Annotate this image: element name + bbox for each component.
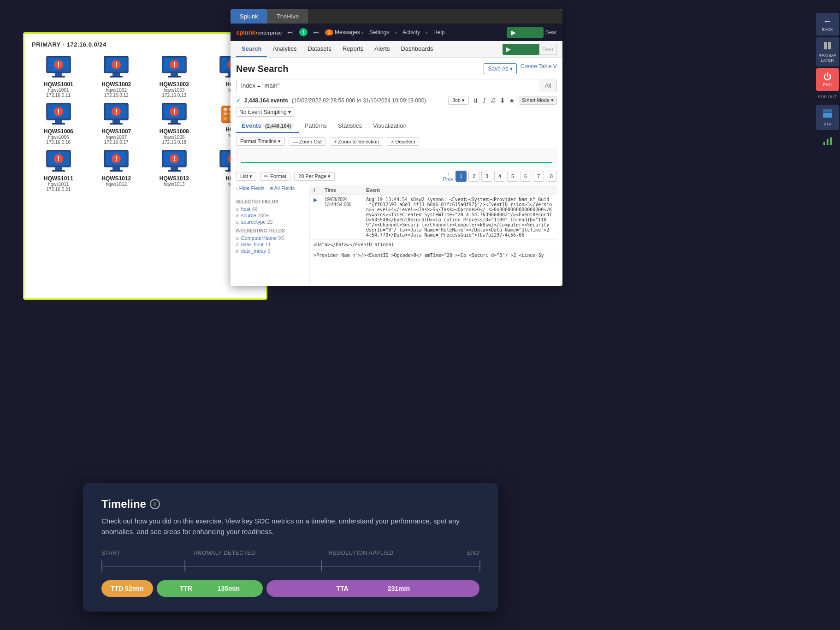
svg-text:!: ! [115, 108, 118, 115]
nav-dashboards[interactable]: Dashboards [395, 42, 438, 57]
list-item[interactable]: ! HQWS1007 hqws1007 172.16.0.17 [90, 102, 143, 145]
save-as-button[interactable]: Save As ▾ [484, 63, 516, 74]
svg-rect-61 [110, 170, 123, 172]
timeline-track: START Anomaly detected Resolution applie… [101, 550, 479, 573]
list-item[interactable]: ! HQWS1012 hqws1012 [90, 149, 143, 192]
nav-reports[interactable]: Reports [337, 42, 369, 57]
job-button[interactable]: Job ▾ [448, 96, 469, 105]
field-date-hour[interactable]: # date_hour 11 [236, 242, 306, 247]
host-alias: hqws1002 [106, 88, 127, 93]
format-button[interactable]: ✏ Format [260, 172, 290, 181]
field-date-mday[interactable]: # date_mday 5 [236, 248, 306, 254]
field-alpha-icon: a [236, 236, 239, 241]
field-sourcetype[interactable]: a sourcetype 22 [236, 219, 306, 225]
host-ip: 172.16.0.18 [162, 140, 186, 145]
nav-alerts[interactable]: Alerts [369, 42, 395, 57]
pause-icon[interactable]: ⏸ [473, 97, 479, 104]
toolbar-notification-dot[interactable]: 1 [299, 28, 308, 36]
deselect-button[interactable]: × Deselect [387, 137, 419, 146]
host-alias: hqws1006 [48, 135, 69, 140]
tab-statistics[interactable]: Statistics [332, 119, 367, 133]
hide-fields-button[interactable]: ‹ Hide Fields [236, 185, 265, 193]
list-item[interactable]: ! HQWS1002 hqws1002 172.16.0.12 [90, 55, 143, 98]
activity-link[interactable]: Activity [402, 29, 420, 36]
back-label: BACK [822, 27, 833, 32]
list-item[interactable]: ! HQWS1008 hqws1008 172.16.0.18 [148, 102, 201, 145]
nav-search-icon[interactable]: ▶ [503, 44, 539, 55]
field-source[interactable]: a source 100+ [236, 213, 306, 218]
smart-mode-button[interactable]: Smart Mode ▾ [519, 96, 557, 105]
zoom-out-button[interactable]: — Zoom Out [289, 137, 326, 146]
top-search-bar[interactable]: ▶ [507, 27, 544, 38]
field-datehour-link[interactable]: date_hour [241, 242, 264, 247]
tab-patterns[interactable]: Patterns [299, 119, 332, 133]
page-6-button[interactable]: 6 [520, 171, 531, 182]
field-datemday-link[interactable]: date_mday [241, 248, 266, 254]
page-4-button[interactable]: 4 [494, 171, 505, 182]
list-item[interactable]: ! HQWS1001 hqws1001 172.16.0.11 [32, 55, 85, 98]
ttd-value: 52min [125, 585, 143, 592]
event-expand-icon[interactable]: ▶ [314, 197, 317, 202]
list-view-button[interactable]: List ▾ [236, 172, 256, 181]
field-sourcetype-link[interactable]: sourcetype [241, 219, 266, 225]
svg-rect-60 [112, 167, 120, 171]
nav-datasets[interactable]: Datasets [302, 42, 337, 57]
ttr-label: TTR [180, 585, 192, 592]
stats-button[interactable] [816, 132, 839, 153]
nav-analytics[interactable]: Analytics [267, 42, 302, 57]
back-button[interactable]: ← BACK [816, 13, 839, 36]
end-button[interactable]: ⏻ END [816, 68, 839, 91]
list-item[interactable]: ! HQWS1003 hqws1003 172.16.0.13 [148, 55, 201, 98]
share-icon[interactable]: ⤴ [483, 97, 486, 104]
nav-search-text[interactable]: Sear [539, 44, 557, 55]
list-item[interactable]: ! HQWS1013 hqws1013 [148, 149, 201, 192]
search-all-button[interactable]: All [539, 79, 556, 92]
svg-text:!: ! [173, 61, 175, 68]
page-8-button[interactable]: 8 [546, 171, 557, 182]
messages-link[interactable]: Messages [335, 29, 360, 36]
vta-button[interactable]: VTA [816, 105, 839, 130]
page-3-button[interactable]: 3 [481, 171, 492, 182]
print-icon[interactable]: 🖨 [490, 97, 496, 104]
settings-link[interactable]: Settings [369, 29, 389, 36]
host-name: HQWS1001 [44, 81, 73, 88]
search-input[interactable] [237, 79, 539, 92]
page-2-button[interactable]: 2 [468, 171, 479, 182]
svg-rect-43 [224, 108, 227, 111]
field-host[interactable]: a host 46 [236, 206, 306, 212]
list-item[interactable]: ! HQWS1006 hqws1006 172.16.0.16 [32, 102, 85, 145]
help-link[interactable]: Help [433, 29, 445, 36]
zoom-selection-button[interactable]: + Zoom to Selection [330, 137, 383, 146]
all-fields-button[interactable]: ≡ All Fields [270, 185, 295, 191]
ruler-tick-end [479, 560, 480, 571]
svg-rect-54 [55, 167, 62, 171]
svg-rect-8 [112, 73, 120, 77]
tab-splunk[interactable]: Splunk [231, 9, 267, 24]
no-event-sampling-button[interactable]: No Event Sampling ▾ [236, 107, 294, 117]
field-computername[interactable]: a ComputerName 93 [236, 235, 306, 241]
field-host-link[interactable]: host [241, 206, 251, 212]
download-icon[interactable]: ⬇ [500, 97, 505, 104]
field-computername-link[interactable]: ComputerName [241, 235, 277, 241]
page-1-button[interactable]: 1 [455, 171, 467, 182]
timeline-modal: Timeline i Check out how you did on this… [83, 483, 498, 612]
host-ip: 172.16.0.21 [46, 187, 71, 192]
tab-thehive[interactable]: TheHive [267, 9, 308, 24]
field-datehour-count: 11 [265, 242, 271, 247]
prev-page-button[interactable]: ‹ Prev [443, 171, 454, 182]
list-item[interactable]: ! HQWS1011 hqws1011 172.16.0.21 [32, 149, 85, 192]
field-source-link[interactable]: source [241, 213, 256, 218]
page-7-button[interactable]: 7 [533, 171, 544, 182]
tab-visualization[interactable]: Visualization [367, 119, 412, 133]
page-5-button[interactable]: 5 [507, 171, 518, 182]
tab-events[interactable]: Events (2,448,164) [236, 119, 299, 133]
events-date-range: (16/02/2022 02:28:56.000 to 31/10/2024 1… [292, 97, 426, 104]
svg-rect-81 [827, 139, 828, 145]
per-page-button[interactable]: 20 Per Page ▾ [294, 172, 335, 181]
format-timeline-button[interactable]: Format Timeline ▾ [236, 137, 285, 146]
ruler-tick-resolution [321, 560, 322, 571]
create-table-button[interactable]: Create Table V [521, 63, 557, 74]
resume-later-button[interactable]: RESUMELATER [816, 37, 839, 66]
nav-search[interactable]: Search [236, 42, 267, 57]
info-icon[interactable]: i [150, 499, 160, 509]
